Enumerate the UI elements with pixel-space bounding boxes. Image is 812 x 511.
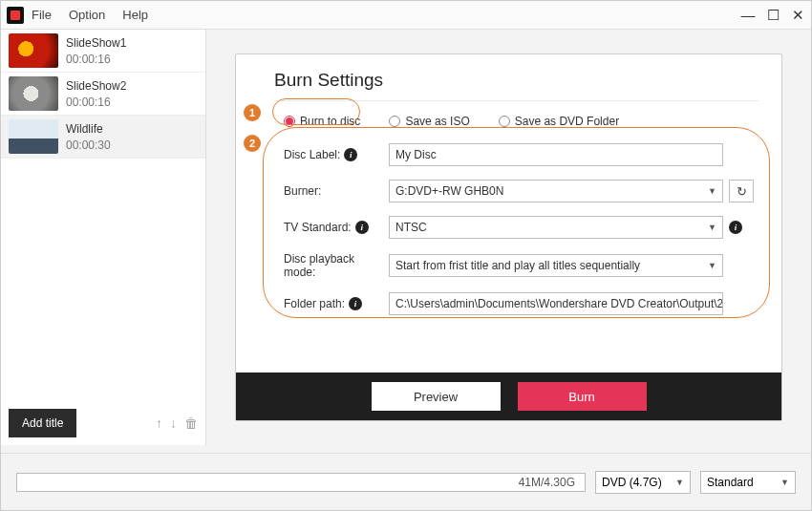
quality-select[interactable]: Standard▼ [700,471,796,494]
menu-file[interactable]: File [32,8,52,22]
radio-save-folder[interactable]: Save as DVD Folder [499,115,619,128]
info-icon[interactable]: i [355,221,369,234]
chevron-down-icon: ▼ [708,223,716,232]
sidebar: SlideShow1 00:00:16 SlideShow2 00:00:16 … [1,30,206,445]
menu-help[interactable]: Help [122,8,148,22]
tv-standard-select[interactable]: NTSC▼ [389,216,723,239]
panel-body: Burn Settings 1 2 Burn to disc Save as I… [236,54,781,373]
refresh-burner-button[interactable]: ↻ [729,180,754,202]
disc-type-select[interactable]: DVD (4.7G)▼ [595,471,691,494]
info-icon[interactable]: i [729,221,742,234]
info-icon[interactable]: i [344,148,357,161]
close-button[interactable]: ✕ [790,7,805,24]
list-item[interactable]: Wildlife 00:00:30 [1,116,205,159]
content: Burn Settings 1 2 Burn to disc Save as I… [206,30,811,445]
add-title-button[interactable]: Add title [9,409,76,437]
panel-title: Burn Settings [274,70,759,101]
thumbnail [9,33,58,68]
burn-settings-panel: Burn Settings 1 2 Burn to disc Save as I… [235,53,782,421]
chevron-down-icon: ▼ [708,186,716,196]
main-area: SlideShow1 00:00:16 SlideShow2 00:00:16 … [1,30,811,445]
move-down-icon[interactable]: ↓ [170,415,177,431]
menu-option[interactable]: Option [69,8,105,22]
panel-footer: Preview Burn [236,373,781,420]
step-badge-2: 2 [244,135,261,152]
item-title: SlideShow2 [66,79,126,93]
chevron-down-icon: ▼ [675,478,684,487]
step-badge-1: 1 [244,104,261,121]
burn-button[interactable]: Burn [518,382,647,411]
sidebar-actions: ↑ ↓ 🗑 [156,415,198,431]
item-duration: 00:00:16 [66,53,126,66]
move-up-icon[interactable]: ↑ [156,415,162,431]
minimize-button[interactable]: — [740,7,756,24]
folder-path-label: Folder path:i [284,297,389,310]
radio-save-iso[interactable]: Save as ISO [389,115,469,128]
thumbnail [9,119,58,154]
item-duration: 00:00:30 [66,138,111,152]
app-icon [7,7,24,24]
info-icon[interactable]: i [349,297,362,310]
disc-label-input[interactable] [389,143,723,166]
capacity-bar: 41M/4.30G [16,473,586,492]
thumbnail [9,76,58,111]
disc-label-label: Disc Label:i [284,148,389,161]
maximize-button[interactable]: ☐ [765,7,780,24]
capacity-text: 41M/4.30G [519,476,575,489]
list-item[interactable]: SlideShow1 00:00:16 [1,30,205,73]
preview-button[interactable]: Preview [372,382,501,411]
output-mode-row: Burn to disc Save as ISO Save as DVD Fol… [284,115,759,128]
playback-mode-select[interactable]: Start from frist title and play all titl… [389,254,723,277]
menubar: File Option Help — ☐ ✕ [1,1,811,30]
item-title: SlideShow1 [66,36,126,50]
item-title: Wildlife [66,122,111,136]
item-duration: 00:00:16 [66,96,126,109]
folder-path-box[interactable]: C:\Users\admin\Documents\Wondershare DVD… [389,292,723,315]
burner-label: Burner: [284,184,389,198]
delete-icon[interactable]: 🗑 [184,415,198,431]
burner-select[interactable]: G:DVD+-RW GHB0N▼ [389,180,723,202]
radio-burn-to-disc[interactable]: Burn to disc [284,115,360,128]
project-list: SlideShow1 00:00:16 SlideShow2 00:00:16 … [1,30,205,401]
playback-mode-label: Disc playback mode: [284,252,389,279]
chevron-down-icon: ▼ [708,261,716,270]
chevron-down-icon: ▼ [780,478,789,487]
sidebar-footer: Add title ↑ ↓ 🗑 [1,401,205,445]
list-item[interactable]: SlideShow2 00:00:16 [1,73,205,116]
window-controls: — ☐ ✕ [740,7,805,24]
status-bar: 41M/4.30G DVD (4.7G)▼ Standard▼ [1,453,811,510]
tv-standard-label: TV Standard:i [284,221,389,234]
